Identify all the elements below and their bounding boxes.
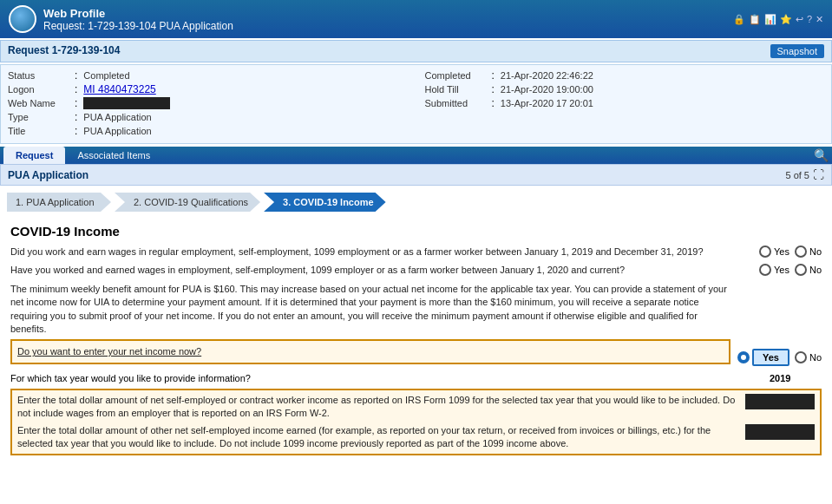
question-3-row: The minimum weekly benefit amount for PU…	[10, 283, 822, 368]
star-icon[interactable]: ⭐	[780, 14, 792, 25]
app-header: Web Profile Request: 1-729-139-104 PUA A…	[0, 0, 832, 38]
field-type: Type : PUA Application	[8, 110, 408, 124]
input-1-field[interactable]	[745, 394, 815, 409]
field-title: Title : PUA Application	[8, 124, 408, 138]
step-covid-qualifications[interactable]: 2. COVID-19 Qualifications	[115, 193, 260, 212]
input-section: Enter the total dollar amount of net sel…	[10, 389, 822, 456]
q3-no-option[interactable]: No	[795, 351, 822, 363]
field-webname: Web Name :	[8, 96, 408, 110]
return-icon[interactable]: ↩	[796, 14, 803, 25]
q2-yes-label: Yes	[774, 265, 789, 275]
step-covid-income[interactable]: 3. COVID-19 Income	[264, 193, 386, 212]
input-row-2: Enter the total dollar amount of other n…	[17, 424, 815, 451]
input-1-text: Enter the total dollar amount of net sel…	[17, 394, 738, 421]
question-2-row: Have you worked and earned wages in empl…	[10, 264, 822, 277]
tax-year-row: For which tax year would you like to pro…	[10, 373, 822, 383]
chart-icon[interactable]: 📊	[764, 14, 776, 25]
q2-yes-option[interactable]: Yes	[759, 264, 789, 276]
question-3-body: The minimum weekly benefit amount for PU…	[10, 283, 730, 337]
input-2-field[interactable]	[745, 424, 815, 440]
input-2-text: Enter the total dollar amount of other n…	[17, 424, 738, 451]
q3-no-radio[interactable]	[795, 351, 807, 363]
pua-count: 5 of 5 ⛶	[785, 168, 824, 181]
steps-row: 1. PUA Application 2. COVID-19 Qualifica…	[0, 186, 832, 215]
fields-section: Status : Completed Logon : MI 4840473225…	[0, 64, 832, 144]
step-pua-application[interactable]: 1. PUA Application	[7, 193, 111, 212]
q1-no-radio[interactable]	[795, 245, 807, 258]
tabs-bar: Request Associated Items 🔍	[0, 147, 832, 164]
clipboard-icon[interactable]: 📋	[749, 14, 761, 25]
q1-no-option[interactable]: No	[795, 245, 822, 258]
tax-year-label: For which tax year would you like to pro…	[10, 373, 763, 383]
question-1-row: Did you work and earn wages in regular e…	[10, 245, 822, 259]
question-3-radios: Yes No	[737, 349, 822, 368]
tax-year-value: 2019	[770, 373, 822, 383]
fields-left: Status : Completed Logon : MI 4840473225…	[8, 69, 408, 138]
lock-icon[interactable]: 🔒	[733, 14, 745, 25]
tab-request[interactable]: Request	[3, 147, 65, 164]
q1-yes-label: Yes	[774, 246, 789, 257]
q2-yes-radio[interactable]	[759, 264, 771, 276]
close-icon[interactable]: ✕	[816, 14, 823, 25]
header-subtitle: Request: 1-729-139-104 PUA Application	[43, 20, 233, 32]
question-1-text: Did you work and earn wages in regular e…	[10, 245, 752, 259]
header-icons: 🔒 📋 📊 ⭐ ↩ ? ✕	[733, 14, 823, 25]
field-status: Status : Completed	[8, 69, 408, 82]
q3-no-label: No	[809, 352, 822, 363]
pua-bar: PUA Application 5 of 5 ⛶	[0, 164, 832, 186]
tab-associated-items[interactable]: Associated Items	[65, 147, 162, 164]
q3-yes-button[interactable]: Yes	[752, 349, 789, 366]
content-title: COVID-19 Income	[10, 224, 822, 239]
info-bar: Request 1-729-139-104 Snapshot	[0, 40, 832, 62]
q1-yes-option[interactable]: Yes	[759, 245, 789, 258]
q2-no-label: No	[809, 265, 822, 275]
input-row-1: Enter the total dollar amount of net sel…	[17, 394, 815, 421]
field-logon: Logon : MI 4840473225	[8, 82, 408, 96]
field-hold-till: Hold Till : 21-Apr-2020 19:00:00	[425, 82, 825, 96]
field-completed: Completed : 21-Apr-2020 22:46:22	[425, 69, 825, 82]
q1-yes-radio[interactable]	[759, 245, 771, 258]
q3-yes-radio[interactable]	[737, 351, 750, 363]
app-logo	[9, 5, 36, 33]
question-2-radios: Yes No	[759, 264, 822, 276]
q3-yes-option[interactable]: Yes	[737, 349, 789, 366]
q2-no-option[interactable]: No	[795, 264, 822, 276]
question-3-block: The minimum weekly benefit amount for PU…	[10, 283, 730, 368]
fields-right: Completed : 21-Apr-2020 22:46:22 Hold Ti…	[425, 69, 825, 138]
info-bar-title: Request 1-729-139-104	[8, 44, 120, 56]
question-1-radios: Yes No	[759, 245, 822, 258]
field-submitted: Submitted : 13-Apr-2020 17 20:01	[425, 96, 825, 110]
search-icon[interactable]: 🔍	[814, 148, 829, 162]
snapshot-button[interactable]: Snapshot	[770, 44, 824, 58]
question-2-text: Have you worked and earned wages in empl…	[10, 264, 752, 277]
expand-icon[interactable]: ⛶	[813, 168, 824, 181]
question-3-highlight: Do you want to enter your net income now…	[10, 339, 730, 364]
question-3-underline: Do you want to enter your net income now…	[17, 346, 201, 357]
header-text: Web Profile Request: 1-729-139-104 PUA A…	[43, 7, 233, 32]
header-left: Web Profile Request: 1-729-139-104 PUA A…	[9, 5, 233, 33]
q2-no-radio[interactable]	[795, 264, 807, 276]
q1-no-label: No	[809, 246, 822, 257]
help-icon[interactable]: ?	[807, 14, 812, 24]
header-title: Web Profile	[43, 7, 233, 20]
redacted-value	[83, 97, 170, 109]
content-area: COVID-19 Income Did you work and earn wa…	[0, 215, 832, 468]
pua-bar-title: PUA Application	[8, 169, 88, 181]
